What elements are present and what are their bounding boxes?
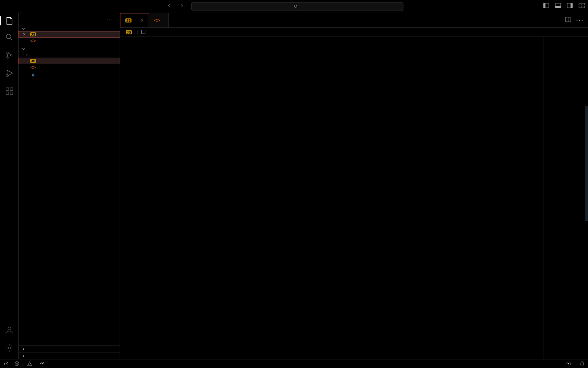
- search-icon: [294, 4, 298, 9]
- svg-rect-18: [10, 92, 12, 94]
- status-bell-icon[interactable]: [579, 361, 585, 366]
- chevron-right-icon: ›: [20, 353, 26, 358]
- activity-explorer-icon[interactable]: [0, 16, 18, 25]
- svg-rect-7: [579, 3, 581, 5]
- editor-body[interactable]: [120, 37, 588, 359]
- activity-bar: [0, 13, 19, 359]
- tree-folder[interactable]: ›: [19, 52, 120, 58]
- svg-point-26: [42, 363, 43, 364]
- svg-point-12: [7, 52, 9, 54]
- layout-sidebar-left-icon[interactable]: [543, 2, 549, 10]
- svg-rect-17: [6, 92, 8, 94]
- activity-search-icon[interactable]: [5, 33, 14, 43]
- status-warnings[interactable]: [27, 361, 34, 366]
- chevron-right-icon: ›: [20, 346, 26, 351]
- tree-file[interactable]: <>: [19, 64, 120, 71]
- minimap-viewport[interactable]: [585, 106, 588, 221]
- close-icon[interactable]: ×: [140, 17, 144, 24]
- tab-bar: JS × <> ···: [120, 13, 588, 28]
- status-errors[interactable]: [14, 361, 21, 366]
- activity-debug-icon[interactable]: [5, 69, 14, 79]
- tree-file[interactable]: JS: [19, 58, 120, 64]
- sidebar: ··· ⌄ × JS <> ⌄ › JS <>: [19, 13, 120, 359]
- outline-header[interactable]: ›: [19, 345, 120, 352]
- svg-rect-19: [10, 88, 12, 90]
- svg-point-11: [6, 34, 11, 39]
- line-gutter: [120, 37, 143, 359]
- activity-settings-icon[interactable]: [5, 343, 14, 354]
- svg-rect-10: [582, 6, 584, 8]
- svg-point-14: [10, 54, 12, 56]
- svg-rect-9: [579, 6, 581, 8]
- layout-sidebar-right-icon[interactable]: [567, 2, 573, 10]
- activity-account-icon[interactable]: [5, 325, 14, 336]
- open-editor-item[interactable]: × JS: [19, 31, 120, 37]
- tab-app-js[interactable]: JS ×: [120, 13, 149, 27]
- split-editor-icon[interactable]: [565, 16, 571, 24]
- open-editor-item[interactable]: <>: [19, 37, 120, 45]
- remote-indicator[interactable]: [3, 361, 9, 366]
- chevron-down-icon: ⌄: [20, 45, 26, 51]
- activity-extensions-icon[interactable]: [5, 87, 14, 97]
- svg-point-20: [8, 327, 11, 330]
- chevron-right-icon: ›: [26, 52, 28, 57]
- svg-rect-24: [142, 30, 145, 34]
- search-box[interactable]: [191, 2, 403, 11]
- chevron-down-icon: ⌄: [20, 25, 26, 31]
- breadcrumb[interactable]: JS ›: [120, 28, 588, 37]
- more-icon[interactable]: ···: [576, 17, 584, 24]
- activity-scm-icon[interactable]: [5, 51, 14, 61]
- titlebar: [0, 0, 588, 13]
- status-port-forward[interactable]: [40, 361, 47, 366]
- minimap[interactable]: [543, 37, 588, 359]
- svg-point-0: [294, 5, 297, 7]
- svg-point-13: [7, 56, 9, 58]
- tab-index-html[interactable]: <>: [149, 13, 169, 27]
- editor-area: JS × <> ··· JS ›: [120, 13, 588, 359]
- layout-customize-icon[interactable]: [579, 2, 585, 10]
- svg-rect-4: [555, 6, 561, 8]
- svg-rect-8: [582, 3, 584, 5]
- timeline-header[interactable]: ›: [19, 352, 120, 359]
- layout-panel-icon[interactable]: [555, 2, 561, 10]
- symbol-icon: [141, 29, 146, 35]
- folder-header[interactable]: ⌄: [19, 45, 120, 52]
- nav-forward-icon[interactable]: [179, 3, 185, 10]
- svg-rect-16: [6, 88, 8, 90]
- open-editors-header[interactable]: ⌄: [19, 25, 120, 31]
- svg-point-21: [8, 347, 11, 349]
- nav-back-icon[interactable]: [167, 3, 172, 10]
- svg-rect-2: [543, 3, 546, 8]
- status-live-server[interactable]: [566, 361, 573, 366]
- svg-point-29: [568, 363, 569, 364]
- close-icon[interactable]: ×: [23, 31, 26, 37]
- sidebar-title: ···: [19, 13, 120, 25]
- svg-rect-6: [570, 3, 572, 8]
- status-bar: [0, 359, 588, 368]
- tree-file[interactable]: #: [19, 71, 120, 79]
- sidebar-more-icon[interactable]: ···: [107, 17, 113, 22]
- code-content[interactable]: [143, 37, 543, 359]
